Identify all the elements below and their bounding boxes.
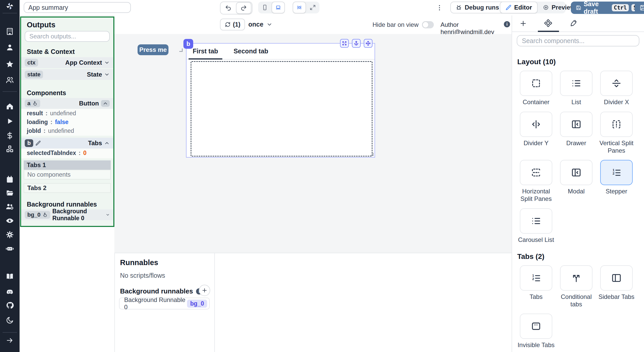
app-summary-input[interactable] xyxy=(24,2,131,13)
state-row[interactable]: state State xyxy=(21,69,113,80)
settings-gear-icon[interactable] xyxy=(6,231,14,239)
state-badge: state xyxy=(25,71,43,78)
press-me-button[interactable]: Press me xyxy=(138,44,168,55)
component-card-sidebar-tabs[interactable]: Sidebar Tabs xyxy=(598,265,635,308)
canvas[interactable]: Press me b First tab Second tab xyxy=(114,34,512,253)
variables-dollar-icon[interactable] xyxy=(6,132,14,140)
schedules-calendar-icon[interactable] xyxy=(6,175,14,184)
workspace-building-icon[interactable] xyxy=(6,27,14,36)
canvas-header: (1) once Hide bar on view Author henri@w… xyxy=(114,15,512,35)
info-icon[interactable]: i xyxy=(504,21,510,27)
star-icon[interactable] xyxy=(6,60,14,68)
desktop-view-button[interactable] xyxy=(272,2,285,13)
component-b-badge: b xyxy=(25,139,33,147)
add-background-runnable-button[interactable] xyxy=(199,285,210,296)
component-card-modal[interactable]: Modal xyxy=(557,160,595,203)
resize-corner[interactable] xyxy=(370,153,374,156)
refresh-button[interactable]: (1) xyxy=(220,19,245,30)
component-card-conditional-tabs[interactable]: Conditional tabs xyxy=(557,265,595,308)
hide-bar-toggle[interactable] xyxy=(422,21,434,28)
component-card-drawer[interactable]: Drawer xyxy=(557,112,595,154)
anchor-icon[interactable] xyxy=(352,39,361,48)
component-card-container[interactable]: Container xyxy=(517,71,555,106)
resources-cubes-icon[interactable] xyxy=(6,145,14,153)
chevron-down-icon xyxy=(266,21,273,28)
schedule-mode-dropdown[interactable]: once xyxy=(248,21,273,28)
tabs1-row[interactable]: Tabs 1 xyxy=(24,160,111,170)
insert-plus-tab[interactable] xyxy=(519,20,527,27)
component-card-tabs[interactable]: 12 Tabs xyxy=(517,265,555,308)
collapse-chevron-up[interactable] xyxy=(104,140,110,146)
refresh-count: (1) xyxy=(233,21,240,28)
component-card-list[interactable]: List xyxy=(557,71,595,106)
outputs-title: Outputs xyxy=(27,21,55,29)
tabs-component[interactable]: b First tab Second tab xyxy=(186,43,375,158)
redo-button[interactable] xyxy=(236,2,251,14)
discord-icon[interactable] xyxy=(6,288,14,296)
empty-drop-container[interactable] xyxy=(191,61,372,157)
windmill-app-editor: Debug runs (1) Editor Preview Save draft… xyxy=(0,0,644,352)
dark-mode-moon-icon[interactable] xyxy=(6,316,14,324)
component-card-horizontal-split-panes[interactable]: Horizontal Split Panes xyxy=(517,160,555,203)
chevron-down-icon[interactable] xyxy=(104,72,110,77)
tab-first[interactable]: First tab xyxy=(189,47,222,59)
kbd-ctrl: Ctrl xyxy=(612,4,629,11)
move-component-icon[interactable] xyxy=(364,39,372,48)
styling-brush-tab[interactable] xyxy=(569,20,577,27)
groups-admin-icon[interactable] xyxy=(6,203,14,211)
github-icon[interactable] xyxy=(6,301,14,309)
prop-row: jobId:undefined xyxy=(21,126,113,135)
topbar: Debug runs (1) Editor Preview Save draft… xyxy=(20,0,644,16)
background-runnable-badge: bg_0 xyxy=(187,300,207,308)
ctx-badge: ctx xyxy=(25,59,38,67)
folders-icon[interactable] xyxy=(6,189,14,197)
state-context-header: State & Context xyxy=(27,48,75,55)
component-card-vertical-split-panes[interactable]: Vertical Split Panes xyxy=(598,112,635,154)
windmill-logo-icon[interactable] xyxy=(6,2,14,10)
users-icon[interactable] xyxy=(6,76,14,84)
mobile-view-button[interactable] xyxy=(258,2,272,13)
save-draft-button[interactable]: Save draft Ctrl S xyxy=(571,2,644,14)
component-card-invisible-tabs[interactable]: Invisible Tabs xyxy=(517,314,555,349)
pencil-icon xyxy=(35,140,41,146)
background-runnables-header-row: Background runnables i xyxy=(120,287,202,295)
component-card-stepper[interactable]: 12 Stepper xyxy=(598,160,635,203)
component-card-carousel-list[interactable]: Carousel List xyxy=(517,208,555,244)
components-panel: Layout (10) Container List Divider X Div… xyxy=(512,15,644,352)
component-b-row[interactable]: b Tabs xyxy=(21,138,113,149)
tab-second[interactable]: Second tab xyxy=(230,47,273,59)
home-icon[interactable] xyxy=(6,102,14,110)
docs-book-icon[interactable] xyxy=(6,272,14,281)
components-search-input[interactable] xyxy=(517,35,639,46)
collapse-chevron-up[interactable] xyxy=(101,100,110,107)
runs-play-icon[interactable] xyxy=(6,117,14,125)
component-card-divider-y[interactable]: Divider Y xyxy=(517,112,555,154)
collapse-arrow-right-icon[interactable] xyxy=(6,336,14,345)
expand-component-icon[interactable] xyxy=(340,39,349,48)
component-card-divider-x[interactable]: Divider X xyxy=(598,71,635,106)
tabs2-row[interactable]: Tabs 2 xyxy=(24,183,111,193)
bg-runnable-row[interactable]: bg_0 Background Runnable 0 xyxy=(21,209,113,220)
user-icon[interactable] xyxy=(6,43,14,52)
components-grid-tab[interactable] xyxy=(544,19,552,28)
outputs-search-input[interactable] xyxy=(25,31,110,42)
fullscreen-canvas-button[interactable] xyxy=(306,2,319,13)
bg-runnable-badge: bg_0 xyxy=(25,211,50,219)
center-align-button[interactable] xyxy=(293,2,306,13)
chevron-down-icon[interactable] xyxy=(106,212,110,218)
editor-tab[interactable]: Editor xyxy=(500,2,538,13)
audit-eye-icon[interactable] xyxy=(6,217,14,225)
undo-button[interactable] xyxy=(221,2,236,14)
author-label: Author henri@windmill.dev xyxy=(440,21,512,36)
undo-redo-group xyxy=(220,2,252,14)
tabs1-empty-row: No components xyxy=(24,170,111,179)
component-a-row[interactable]: a Button xyxy=(21,98,113,109)
workers-robot-icon[interactable] xyxy=(6,244,14,253)
component-b-props: selectedTabIndex:0 xyxy=(21,149,113,158)
ctx-row[interactable]: ctx App Context xyxy=(21,57,113,68)
chevron-down-icon[interactable] xyxy=(104,60,110,66)
background-runnable-item[interactable]: Background Runnable 0 bg_0 xyxy=(119,298,210,309)
active-tab-underline xyxy=(538,31,559,32)
deploy-button[interactable]: Deploy xyxy=(635,2,644,14)
more-options-icon[interactable] xyxy=(436,4,443,11)
